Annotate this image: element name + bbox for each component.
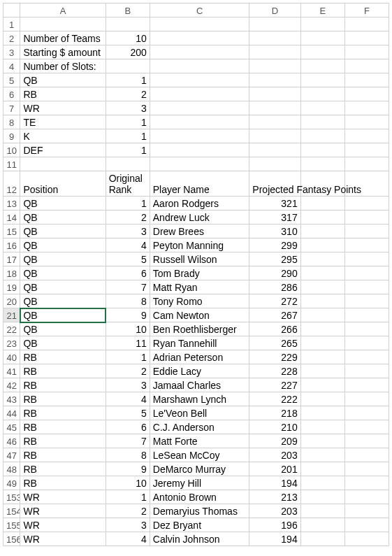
cell[interactable] — [150, 31, 249, 45]
cell[interactable]: 321 — [249, 197, 300, 211]
cell[interactable]: Drew Brees — [150, 224, 249, 238]
cell[interactable]: Calvin Johnson — [150, 532, 249, 546]
spreadsheet-grid[interactable]: A B C D E F 12Number of Teams103Starting… — [3, 3, 389, 546]
cell[interactable] — [300, 350, 344, 364]
cell[interactable]: 203 — [249, 448, 300, 462]
cell[interactable] — [344, 129, 389, 143]
cell[interactable]: QB — [20, 252, 106, 266]
cell[interactable]: Number of Slots: — [20, 59, 106, 73]
header-cell[interactable]: Projected Fantasy Points — [249, 171, 300, 197]
row-header[interactable]: 10 — [3, 143, 20, 157]
cell[interactable] — [300, 197, 344, 211]
cell[interactable]: Jamaal Charles — [150, 378, 249, 392]
cell[interactable]: RB — [20, 448, 106, 462]
cell[interactable]: LeSean McCoy — [150, 448, 249, 462]
row-header[interactable]: 9 — [3, 129, 20, 143]
row-header[interactable]: 44 — [3, 406, 20, 420]
cell[interactable] — [344, 294, 389, 308]
cell[interactable] — [150, 143, 249, 157]
cell[interactable] — [344, 143, 389, 157]
cell[interactable] — [344, 490, 389, 504]
cell[interactable] — [344, 17, 389, 31]
cell[interactable] — [150, 17, 249, 31]
row-header[interactable]: 21 — [3, 308, 20, 322]
cell[interactable]: RB — [20, 462, 106, 476]
cell[interactable] — [150, 115, 249, 129]
cell[interactable] — [249, 59, 300, 73]
cell[interactable] — [344, 266, 389, 280]
cell[interactable] — [249, 45, 300, 59]
cell[interactable]: 201 — [249, 462, 300, 476]
cell[interactable]: Tom Brady — [150, 266, 249, 280]
cell[interactable]: TE — [20, 115, 106, 129]
cell[interactable]: QB — [20, 238, 106, 252]
cell[interactable]: 1 — [106, 350, 150, 364]
cell[interactable] — [300, 364, 344, 378]
cell[interactable]: 194 — [249, 476, 300, 490]
cell[interactable]: 3 — [106, 518, 150, 532]
cell[interactable]: 1 — [106, 143, 150, 157]
cell[interactable] — [20, 17, 106, 31]
cell[interactable]: RB — [20, 434, 106, 448]
cell[interactable]: Marshawn Lynch — [150, 392, 249, 406]
cell[interactable]: WR — [20, 518, 106, 532]
cell[interactable]: 203 — [249, 504, 300, 518]
cell[interactable]: Russell Wilson — [150, 252, 249, 266]
cell[interactable] — [344, 45, 389, 59]
cell[interactable] — [344, 101, 389, 115]
cell[interactable]: Ben Roethlisberger — [150, 322, 249, 336]
row-header[interactable]: 46 — [3, 434, 20, 448]
cell[interactable] — [344, 280, 389, 294]
cell[interactable]: Number of Teams — [20, 31, 106, 45]
cell[interactable] — [300, 238, 344, 252]
row-header[interactable]: 20 — [3, 294, 20, 308]
cell[interactable] — [344, 238, 389, 252]
cell[interactable]: QB — [20, 294, 106, 308]
cell[interactable] — [150, 73, 249, 87]
cell[interactable]: 6 — [106, 266, 150, 280]
cell[interactable] — [300, 157, 344, 171]
cell[interactable]: 229 — [249, 350, 300, 364]
cell[interactable] — [300, 224, 344, 238]
cell[interactable]: 2 — [106, 364, 150, 378]
cell[interactable] — [300, 420, 344, 434]
cell[interactable] — [249, 17, 300, 31]
cell[interactable]: 1 — [106, 115, 150, 129]
cell[interactable] — [300, 252, 344, 266]
row-header[interactable]: 2 — [3, 31, 20, 45]
cell[interactable]: Dez Bryant — [150, 518, 249, 532]
cell[interactable]: 2 — [106, 504, 150, 518]
cell[interactable] — [344, 350, 389, 364]
cell[interactable] — [344, 406, 389, 420]
col-header-A[interactable]: A — [20, 3, 106, 17]
cell[interactable] — [300, 143, 344, 157]
cell[interactable] — [344, 197, 389, 211]
cell[interactable]: 6 — [106, 420, 150, 434]
cell[interactable] — [106, 59, 150, 73]
cell[interactable]: RB — [20, 350, 106, 364]
row-header[interactable]: 48 — [3, 462, 20, 476]
cell[interactable]: RB — [20, 378, 106, 392]
row-header[interactable]: 4 — [3, 59, 20, 73]
cell[interactable]: 4 — [106, 238, 150, 252]
cell[interactable] — [249, 73, 300, 87]
cell[interactable]: RB — [20, 87, 106, 101]
cell[interactable]: QB — [20, 73, 106, 87]
col-header-F[interactable]: F — [344, 3, 389, 17]
cell[interactable]: 286 — [249, 280, 300, 294]
cell[interactable] — [150, 87, 249, 101]
cell[interactable] — [249, 115, 300, 129]
col-header-D[interactable]: D — [249, 3, 300, 17]
row-header[interactable]: 42 — [3, 378, 20, 392]
cell[interactable] — [249, 87, 300, 101]
cell[interactable] — [300, 518, 344, 532]
cell[interactable]: 1 — [106, 490, 150, 504]
cell[interactable]: 272 — [249, 294, 300, 308]
cell[interactable] — [300, 211, 344, 224]
cell[interactable]: 1 — [106, 197, 150, 211]
cell[interactable]: 2 — [106, 87, 150, 101]
cell[interactable] — [344, 59, 389, 73]
cell[interactable] — [150, 59, 249, 73]
cell[interactable] — [344, 322, 389, 336]
cell[interactable]: 299 — [249, 238, 300, 252]
